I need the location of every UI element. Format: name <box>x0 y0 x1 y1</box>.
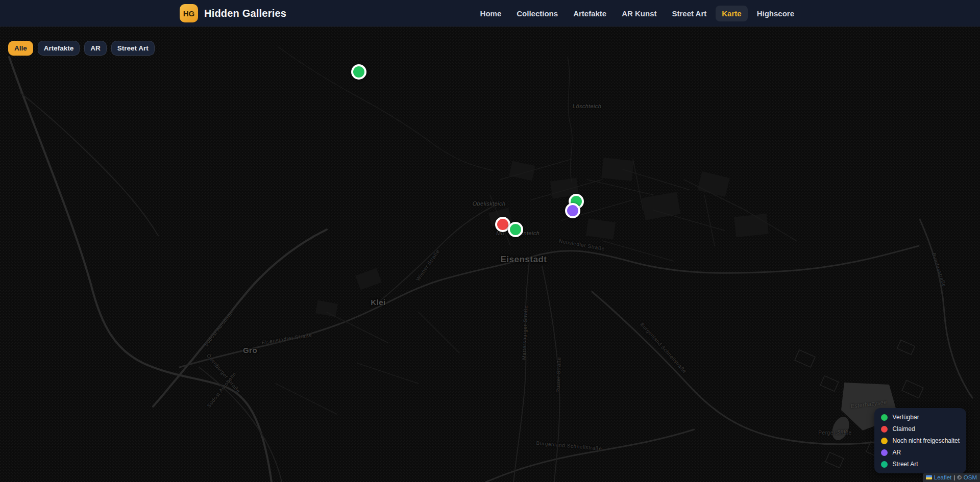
map-canvas[interactable]: EisenstadtKleiGroNeusiedler StraßeWiener… <box>0 27 980 482</box>
legend-item-verfügbar: Verfügbar <box>881 414 960 421</box>
filter-button-artefakte[interactable]: Artefakte <box>38 41 80 56</box>
legend-dot-noch-nicht-freigeschaltet-icon <box>881 438 888 444</box>
attribution-separator: | <box>953 474 955 480</box>
osm-link[interactable]: OSM <box>964 474 977 480</box>
legend-label-street-art: Street Art <box>893 461 918 468</box>
map-marker-verfuegbar[interactable] <box>508 222 523 237</box>
legend-item-ar: AR <box>881 449 960 456</box>
filter-button-street-art[interactable]: Street Art <box>111 41 155 56</box>
nav-item-home[interactable]: Home <box>474 6 508 21</box>
legend-dot-claimed-icon <box>881 426 888 433</box>
filter-button-ar[interactable]: AR <box>84 41 107 56</box>
main-nav: HomeCollectionsArtefakteAR KunstStreet A… <box>474 6 800 21</box>
legend-item-noch-nicht-freigeschaltet: Noch nicht freigeschaltet <box>881 437 960 444</box>
nav-item-street-art[interactable]: Street Art <box>666 6 713 21</box>
map-filter-bar: AlleArtefakteARStreet Art <box>8 41 155 56</box>
nav-item-artefakte[interactable]: Artefakte <box>567 6 612 21</box>
map-marker-verfuegbar[interactable] <box>351 64 366 80</box>
filter-button-alle[interactable]: Alle <box>8 41 33 56</box>
legend-item-claimed: Claimed <box>881 425 960 433</box>
map-legend: VerfügbarClaimedNoch nicht freigeschalte… <box>874 408 966 473</box>
app-header: HG Hidden Galleries HomeCollectionsArtef… <box>0 0 980 27</box>
brand[interactable]: HG Hidden Galleries <box>180 4 286 22</box>
legend-dot-ar-icon <box>881 449 888 456</box>
leaflet-link[interactable]: Leaflet <box>934 474 952 480</box>
app-logo-icon: HG <box>180 4 198 22</box>
legend-item-street-art: Street Art <box>881 461 960 468</box>
legend-dot-verfügbar-icon <box>881 414 888 421</box>
map-roads-layer <box>0 27 980 482</box>
map-attribution: Leaflet | © OSM <box>923 473 980 482</box>
app-title: Hidden Galleries <box>204 8 286 19</box>
map-marker-ar[interactable] <box>565 203 580 218</box>
ukraine-flag-icon <box>926 475 932 479</box>
legend-label-ar: AR <box>893 449 901 456</box>
legend-label-noch-nicht-freigeschaltet: Noch nicht freigeschaltet <box>893 437 960 444</box>
legend-dot-street-art-icon <box>881 461 888 468</box>
legend-label-verfügbar: Verfügbar <box>893 414 919 421</box>
header-container: HG Hidden Galleries HomeCollectionsArtef… <box>180 4 800 22</box>
nav-item-collections[interactable]: Collections <box>510 6 564 21</box>
legend-label-claimed: Claimed <box>893 425 915 433</box>
nav-item-ar-kunst[interactable]: AR Kunst <box>616 6 663 21</box>
nav-item-highscore[interactable]: Highscore <box>751 6 800 21</box>
copyright-symbol: © <box>957 474 961 480</box>
nav-item-karte[interactable]: Karte <box>716 6 747 21</box>
